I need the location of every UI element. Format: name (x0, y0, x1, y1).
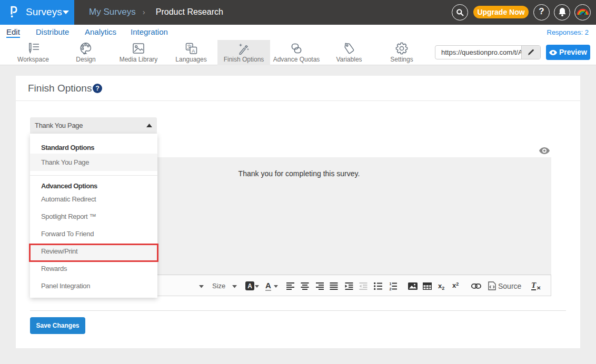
svg-text:2: 2 (390, 287, 392, 291)
svg-text:A: A (192, 48, 195, 54)
svg-text:?: ? (95, 85, 100, 92)
svg-text:1: 1 (390, 282, 392, 286)
svg-text:A: A (247, 282, 252, 290)
